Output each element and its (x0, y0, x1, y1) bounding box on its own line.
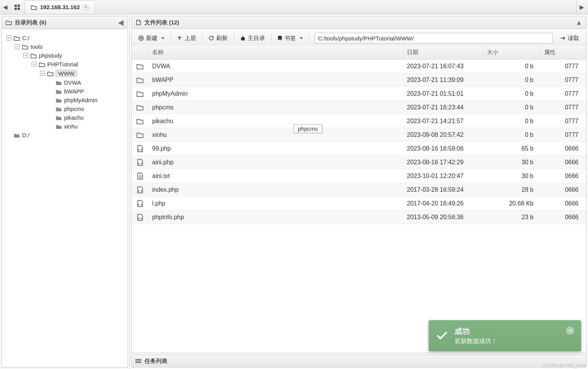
tree-node-xinhu[interactable]: xinhu (48, 122, 126, 131)
refresh-button[interactable]: 刷新 (205, 33, 231, 43)
tree-node-c[interactable]: − C:/ (6, 34, 126, 42)
table-row[interactable]: phpMyAdmin 2023-07-21 01:51:01 0 b 0777 (132, 87, 586, 101)
task-list-title: 任务列表 (145, 358, 167, 365)
separator (271, 34, 272, 43)
tree-expander[interactable] (48, 98, 53, 103)
col-date-header[interactable]: 日期 (403, 46, 483, 59)
arrow-right-icon (560, 36, 566, 40)
tabs-scroll-left-icon[interactable]: ◀ (2, 0, 9, 14)
table-row[interactable]: phpcms 2023-07-21 16:23:44 0 b 0777 (132, 101, 586, 114)
tree-expander[interactable] (48, 124, 53, 129)
row-size: 0 b (483, 90, 540, 97)
grid-icon (14, 5, 20, 10)
table-row[interactable]: index.php 2017-03-28 16:59:24 28 b 0666 (132, 183, 586, 197)
tree-expander[interactable] (48, 106, 53, 111)
tree-expander[interactable]: − (23, 53, 28, 58)
row-icon (132, 63, 148, 70)
folder-icon (56, 115, 62, 120)
row-name: bWAPP (148, 77, 403, 83)
folder-icon (56, 124, 62, 129)
up-button[interactable]: 上层 (173, 33, 200, 43)
row-date: 2023-08-16 17:42:29 (403, 159, 483, 166)
tree-expander[interactable] (48, 80, 53, 85)
row-size: 0 b (483, 118, 540, 125)
file-list-header: 文件列表 (12) ▲ (131, 16, 586, 29)
row-date: 2023-07-21 11:39:09 (403, 77, 483, 83)
tabs-scroll-right-icon[interactable]: ▶ (577, 0, 586, 14)
folder-icon (6, 20, 12, 25)
col-icon-header[interactable] (132, 46, 148, 59)
table-row[interactable]: aini.txt 2023-10-01 12:20:47 30 b 0666 (132, 169, 586, 183)
tab-host[interactable]: 192.168.31.162 ✕ (26, 0, 95, 14)
tree-node-www[interactable]: − WWW (39, 69, 126, 78)
tree-node-phpmyadmin[interactable]: phpMyAdmin (48, 96, 126, 104)
table-row[interactable]: pikachu 2023-07-21 14:21:57 0 b 0777 (132, 114, 586, 128)
plus-circle-icon (138, 35, 144, 41)
tab-close-icon[interactable]: ✕ (83, 4, 89, 10)
file-table[interactable]: 名称 日期 大小 属性 DVWA 2023-07-21 16:07:43 0 b… (131, 46, 586, 353)
row-date: 2023-07-21 16:23:44 (403, 104, 483, 111)
table-row[interactable]: aini.php 2023-08-16 17:42:29 30 b 0666 (132, 156, 586, 169)
tree-node-tools[interactable]: − tools (14, 42, 126, 51)
tree-node-bwapp[interactable]: bWAPP (48, 87, 126, 96)
tree-expander[interactable] (6, 133, 11, 138)
row-perm: 0666 (540, 200, 586, 207)
home-button[interactable]: 主目录 (236, 33, 269, 43)
folder-icon (14, 35, 20, 41)
tree-expander[interactable] (48, 115, 53, 120)
table-row[interactable]: 99.php 2023-08-16 16:59:06 65 b 0666 (132, 142, 586, 156)
folder-icon (136, 63, 144, 70)
col-name-header[interactable]: 名称 (148, 46, 403, 59)
table-row[interactable]: DVWA 2023-07-21 16:07:43 0 b 0777 (132, 59, 586, 73)
folder-icon (47, 71, 53, 76)
row-date: 2023-07-21 16:07:43 (403, 63, 483, 70)
tree-expander[interactable]: − (6, 35, 11, 40)
folder-icon (136, 131, 144, 139)
collapse-left-icon[interactable]: ◀ (118, 19, 124, 26)
tab-host-label: 192.168.31.162 (40, 4, 80, 10)
row-icon (132, 200, 148, 207)
read-button[interactable]: 读取 (556, 33, 583, 43)
task-list-header[interactable]: 任务列表 (131, 355, 586, 367)
svg-rect-3 (135, 362, 141, 363)
row-size: 0 b (483, 132, 540, 138)
row-name: aini.txt (148, 173, 403, 180)
row-icon (132, 186, 148, 194)
table-row[interactable]: phpinfo.php 2013-05-09 20:56:36 23 b 066… (132, 210, 586, 224)
row-name: pikachu (148, 118, 403, 125)
collapse-up-icon[interactable]: ▲ (575, 19, 582, 26)
row-name: index.php (148, 186, 403, 193)
row-size: 0 b (483, 63, 540, 70)
path-input[interactable] (315, 33, 553, 43)
separator (309, 34, 309, 43)
folder-icon (136, 104, 144, 111)
new-button[interactable]: 新建 (135, 33, 168, 43)
tree-node-phpstudy[interactable]: − phpstudy (22, 51, 126, 60)
table-row[interactable]: xinhu 2023-09-08 20:57:42 0 b 0777 (132, 128, 586, 142)
tab-dashboard[interactable] (10, 0, 25, 14)
tree-node-phptutorial[interactable]: − PHPTutorial (31, 60, 126, 69)
tree-expander[interactable]: − (32, 62, 37, 67)
col-perm-header[interactable]: 属性 (540, 46, 586, 59)
directory-list-header: 目录列表 (6) ◀ (2, 16, 128, 29)
tree-node-pikachu[interactable]: pikachu (48, 113, 126, 122)
col-size-header[interactable]: 大小 (483, 46, 540, 59)
folder-icon (14, 133, 20, 138)
tree-expander[interactable]: − (15, 44, 20, 49)
row-date: 2023-09-08 20:57:42 (403, 132, 483, 138)
row-perm: 0777 (540, 90, 586, 97)
tree-node-dvwa[interactable]: DVWA (48, 78, 126, 87)
row-date: 2023-07-21 14:21:57 (403, 118, 483, 125)
bookmark-button[interactable]: 书签 (274, 33, 307, 43)
directory-tree[interactable]: − C:/ − tools (2, 30, 128, 367)
toast-close-icon[interactable]: ✕ (566, 326, 574, 335)
code-file-icon (136, 200, 144, 207)
tree-node-d[interactable]: D:/ (6, 131, 126, 140)
table-row[interactable]: bWAPP 2023-07-21 11:39:09 0 b 0777 (132, 73, 586, 87)
tree-node-phpcms[interactable]: phpcms (48, 104, 126, 113)
folder-icon (136, 76, 144, 84)
table-row[interactable]: l.php 2017-04-20 16:49:26 20.68 Kb 0666 (132, 197, 586, 210)
tree-expander[interactable]: − (40, 71, 45, 76)
tree-expander[interactable] (48, 89, 53, 94)
row-perm: 0777 (540, 63, 586, 70)
